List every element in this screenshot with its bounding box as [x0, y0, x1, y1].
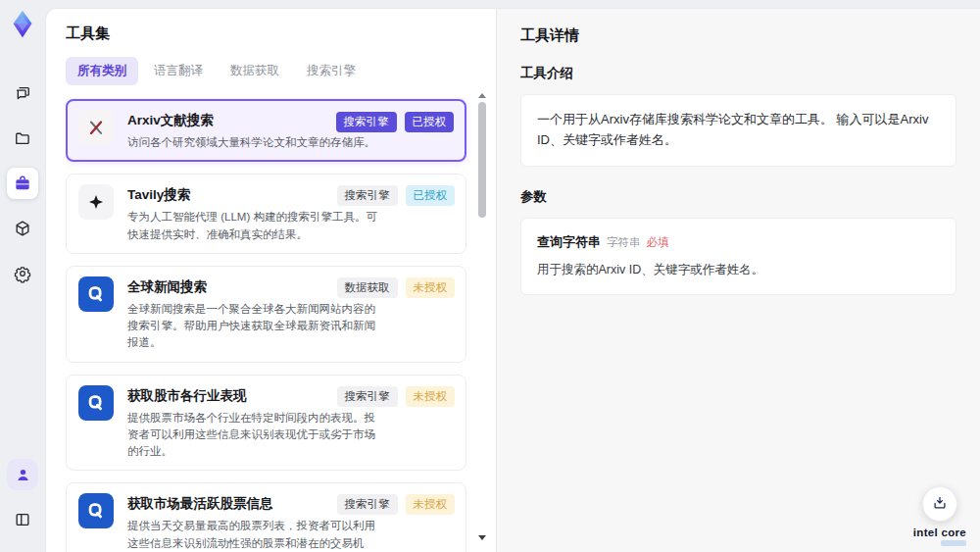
tool-description: 提供当天交易量最高的股票列表，投资者可以利用这些信息来识别流动性强的股票和潜在的…	[127, 518, 380, 552]
tab-language-translation[interactable]: 语言翻译	[142, 57, 215, 85]
tool-description: 访问各个研究领域大量科学论文和文章的存储库。	[127, 134, 380, 151]
sidebar-item-files[interactable]	[7, 123, 38, 154]
sidebar-item-panel-toggle[interactable]	[7, 504, 38, 535]
tab-search-engine[interactable]: 搜索引擎	[295, 57, 368, 85]
scroll-up-arrow-icon[interactable]	[478, 93, 486, 98]
tool-card[interactable]: 获取股市各行业表现 提供股票市场各个行业在特定时间段内的表现。投资者可以利用这些…	[66, 375, 466, 472]
auth-status-badge: 未授权	[406, 277, 456, 298]
auth-status-badge: 未授权	[406, 494, 456, 515]
category-tag: 数据获取	[337, 277, 398, 298]
folder-icon	[13, 128, 32, 148]
tool-tags: 数据获取 未授权	[337, 277, 456, 298]
list-scrollbar[interactable]	[477, 93, 487, 540]
param-type: 字符串	[607, 235, 641, 250]
tool-description: 提供股票市场各个行业在特定时间段内的表现。投资者可以利用这些信息来识别表现优于或…	[127, 410, 380, 461]
search-q-icon	[78, 493, 114, 528]
category-tabs: 所有类别语言翻译数据获取搜索引擎	[66, 57, 496, 85]
scroll-down-arrow-icon[interactable]	[478, 535, 486, 540]
tool-tags: 搜索引擎 已授权	[337, 185, 456, 206]
sidebar-item-models[interactable]	[7, 213, 38, 244]
chat-icon	[13, 83, 32, 103]
toolbox-icon	[13, 174, 32, 193]
intro-heading: 工具介绍	[520, 65, 956, 82]
cube-icon	[13, 219, 32, 238]
tool-card[interactable]: 获取市场最活跃股票信息 提供当天交易量最高的股票列表，投资者可以利用这些信息来识…	[66, 482, 466, 552]
tab-all-categories[interactable]: 所有类别	[66, 57, 138, 85]
tool-list-panel: 工具集 所有类别语言翻译数据获取搜索引擎 Arxiv文献搜索 访问各个研究领域大…	[46, 9, 496, 552]
tool-card[interactable]: 全球新闻搜索 全球新闻搜索是一个聚合全球各大新闻网站内容的搜索引擎。帮助用户快速…	[66, 266, 466, 363]
tool-detail-panel: 工具详情 工具介绍 一个用于从Arxiv存储库搜索科学论文和文章的工具。 输入可…	[496, 9, 980, 552]
category-tag: 搜索引擎	[337, 386, 398, 407]
tool-card[interactable]: Arxiv文献搜索 访问各个研究领域大量科学论文和文章的存储库。 搜索引擎 已授…	[66, 99, 466, 162]
sidebar-item-profile[interactable]	[7, 459, 38, 490]
tool-card[interactable]: Tavily搜索 专为人工智能代理 (LLM) 构建的搜索引擎工具。可快速提供实…	[66, 174, 466, 254]
sidebar-item-settings[interactable]	[7, 258, 38, 289]
sidebar-item-tools[interactable]	[7, 168, 38, 199]
auth-status-badge: 已授权	[405, 112, 455, 132]
arxiv-logo-icon	[78, 110, 114, 145]
auth-status-badge: 已授权	[406, 185, 456, 206]
sidebar-bottom	[7, 452, 38, 542]
scrollbar-thumb[interactable]	[478, 102, 486, 218]
intro-text: 一个用于从Arxiv存储库搜索科学论文和文章的工具。 输入可以是Arxiv ID…	[537, 110, 940, 151]
app-window: 工具集 所有类别语言翻译数据获取搜索引擎 Arxiv文献搜索 访问各个研究领域大…	[0, 0, 980, 552]
auth-status-badge: 未授权	[406, 386, 456, 407]
gear-icon	[13, 264, 32, 283]
search-q-icon	[78, 385, 114, 421]
download-button[interactable]	[922, 486, 957, 522]
param-required-badge: 必填	[647, 235, 669, 250]
main-content: 工具集 所有类别语言翻译数据获取搜索引擎 Arxiv文献搜索 访问各个研究领域大…	[45, 8, 980, 552]
param-header: 查询字符串 字符串 必填	[537, 233, 940, 251]
category-tag: 搜索引擎	[336, 112, 397, 132]
sidebar	[0, 0, 45, 552]
person-icon	[14, 466, 32, 484]
category-tag: 搜索引擎	[337, 494, 398, 515]
intel-core-logo: intel core	[913, 527, 966, 546]
tavily-star-icon	[78, 184, 114, 220]
intro-card: 一个用于从Arxiv存储库搜索科学论文和文章的工具。 输入可以是Arxiv ID…	[520, 94, 956, 167]
layout-panel-icon	[13, 510, 32, 529]
sidebar-item-chat[interactable]	[7, 77, 38, 109]
tab-data-fetch[interactable]: 数据获取	[219, 57, 291, 85]
tool-description: 专为人工智能代理 (LLM) 构建的搜索引擎工具。可快速提供实时、准确和真实的结…	[127, 209, 380, 243]
tool-tags: 搜索引擎 未授权	[337, 386, 456, 407]
page-title: 工具集	[66, 25, 496, 43]
tool-list: Arxiv文献搜索 访问各个研究领域大量科学论文和文章的存储库。 搜索引擎 已授…	[66, 97, 496, 552]
category-tag: 搜索引擎	[337, 185, 398, 206]
corner-widgets: intel core	[913, 486, 966, 546]
app-logo-icon[interactable]	[6, 8, 39, 41]
brand-text: intel core	[913, 527, 966, 538]
download-icon	[931, 494, 949, 515]
tool-description: 全球新闻搜索是一个聚合全球各大新闻网站内容的搜索引擎。帮助用户快速获取全球最新资…	[127, 301, 380, 352]
tool-tags: 搜索引擎 未授权	[337, 494, 456, 515]
brand-badge	[941, 540, 966, 546]
param-card: 查询字符串 字符串 必填 用于搜索的Arxiv ID、关键字或作者姓名。	[520, 218, 956, 295]
param-name: 查询字符串	[537, 233, 601, 251]
param-description: 用于搜索的Arxiv ID、关键字或作者姓名。	[537, 260, 940, 279]
tool-tags: 搜索引擎 已授权	[336, 112, 455, 132]
detail-title: 工具详情	[520, 26, 956, 45]
search-q-icon	[78, 276, 114, 312]
params-heading: 参数	[520, 188, 956, 206]
